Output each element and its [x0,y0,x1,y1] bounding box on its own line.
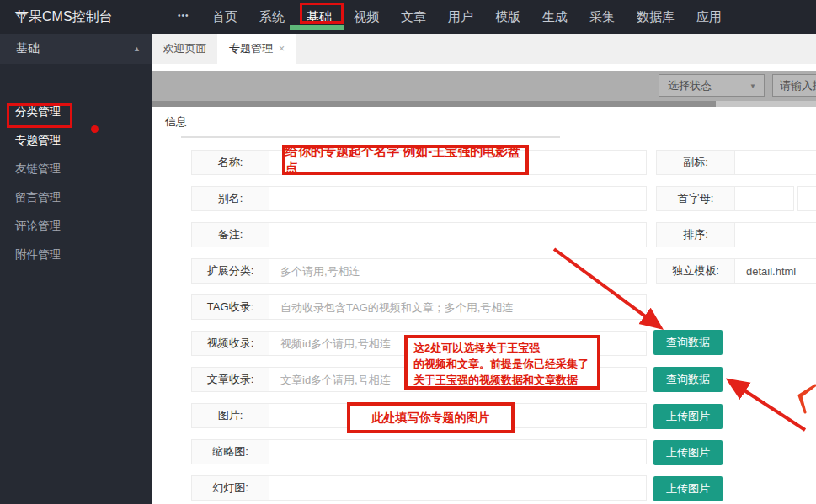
ext-category-input[interactable] [269,258,647,284]
nav-item-home[interactable]: 首页 [212,9,237,25]
app-window: 苹果CMS控制台 ••• 首页 系统 基础 视频 文章 用户 模版 生成 采集 … [0,0,816,504]
tabbar-divider [152,64,816,71]
template-input[interactable] [735,258,816,284]
field-label: 排序: [656,222,735,247]
more-menu-icon[interactable]: ••• [178,11,189,20]
nav-menu: 首页 系统 基础 视频 文章 用户 模版 生成 采集 数据库 应用 [212,0,722,34]
first-letter-input[interactable] [735,186,794,211]
field-label: TAG收录: [191,294,269,320]
info-tab-label[interactable]: 信息 [165,114,187,130]
sidebar-item-friendlink[interactable]: 友链管理 [0,155,152,183]
nav-item-app[interactable]: 应用 [696,9,722,25]
toolbar-shadow [152,101,716,107]
app-title: 苹果CMS控制台 [15,8,113,26]
topic-form: 名称: 别名: 备注: 扩展分类: TAG收录: 视频收录: 文章收录: 图片 [191,150,647,504]
field-label: 幻灯图: [191,475,269,501]
form-row-first-letter: 首字母: [656,186,816,211]
annotation-redbox-category [7,103,72,128]
nav-item-database[interactable]: 数据库 [637,9,675,25]
nav-active-underline [290,25,344,30]
subtitle-input[interactable] [735,150,816,175]
form-row-template: 独立模板: [656,258,816,284]
nav-item-template[interactable]: 模版 [495,9,520,25]
nav-item-generate[interactable]: 生成 [542,9,568,25]
sidebar-item-comment[interactable]: 评论管理 [0,212,152,241]
form-row-sort: 排序: [656,222,816,247]
nav-item-system[interactable]: 系统 [259,9,285,25]
form-row-alias: 别名: [191,186,647,211]
clipped-field[interactable] [797,186,816,211]
collapse-arrow-icon[interactable]: ▲ [133,45,141,53]
field-label: 副标: [656,150,735,175]
tab-welcome[interactable]: 欢迎页面 [152,34,217,64]
top-navbar: 苹果CMS控制台 ••• 首页 系统 基础 视频 文章 用户 模版 生成 采集 … [0,0,816,34]
form-row-subtitle: 副标: [656,150,816,175]
field-label: 视频收录: [191,331,269,356]
nav-item-user[interactable]: 用户 [448,9,473,25]
nav-item-collect[interactable]: 采集 [589,9,615,25]
toolbar-shadow-right [716,101,816,107]
field-label: 图片: [191,403,269,428]
chevron-down-icon: ▼ [749,82,756,90]
alias-input[interactable] [269,186,647,211]
tab-label: 专题管理 [229,41,273,56]
sidebar-group-basic[interactable]: 基础 ▲ [0,34,152,64]
field-label: 文章收录: [191,367,269,392]
field-label: 扩展分类: [191,258,269,284]
slideshow-input[interactable] [269,475,647,501]
sidebar-item-attachment[interactable]: 附件管理 [0,241,152,269]
info-tab-divider [181,136,560,138]
form-row-ext-category: 扩展分类: [191,258,647,284]
upload-image-button[interactable]: 上传图片 [653,404,723,429]
nav-item-video[interactable]: 视频 [354,9,379,25]
tab-topic-manage[interactable]: 专题管理 × [217,34,296,64]
field-label: 独立模板: [656,258,735,284]
status-select[interactable]: 选择状态 ▼ [659,74,765,97]
query-video-data-button[interactable]: 查询数据 [653,330,723,355]
upload-slideshow-button[interactable]: 上传图片 [653,476,723,501]
topic-form-right: 副标: 首字母: 排序: 独立模板: [656,150,816,294]
annotation-image-tip: 此处填写你专题的图片 [347,402,515,433]
form-row-remark: 备注: [191,222,647,247]
field-label: 名称: [191,150,269,175]
field-label: 备注: [191,222,269,247]
nav-item-article[interactable]: 文章 [401,9,426,25]
field-label: 首字母: [656,186,735,211]
annotation-red-dot [91,125,99,133]
remark-input[interactable] [269,222,647,247]
sidebar: 基础 ▲ 分类管理 专题管理 友链管理 留言管理 评论管理 附件管理 [0,34,152,504]
status-select-value: 选择状态 [668,78,712,93]
form-row-tag: TAG收录: [191,294,647,320]
tab-close-icon[interactable]: × [279,43,285,55]
annotation-line: 的视频和文章。前提是你已经采集了 [413,356,591,372]
annotation-data-tip: 这2处可以选择关于王宝强 的视频和文章。前提是你已经采集了 关于王宝强的视频数据… [404,335,600,390]
search-input[interactable] [772,74,816,97]
annotation-line: 关于王宝强的视频数据和文章数据 [413,372,591,388]
upload-thumbnail-button[interactable]: 上传图片 [653,440,723,465]
thumbnail-input[interactable] [269,439,647,464]
query-article-data-button[interactable]: 查询数据 [653,367,723,392]
sort-input[interactable] [735,222,816,247]
annotation-line: 这2处可以选择关于王宝强 [413,340,591,356]
field-label: 别名: [191,186,269,211]
sidebar-group-label: 基础 [16,41,40,56]
tag-input[interactable] [269,294,647,320]
form-row-thumbnail: 缩略图: [191,439,647,464]
annotation-name-tip: 给你的专题起个名字 例如-王宝强的电影盘点 [282,145,529,175]
annotation-redbox-nav-basic [300,3,344,24]
sidebar-item-topic[interactable]: 专题管理 [0,126,152,155]
form-row-slideshow: 幻灯图: [191,475,647,501]
page-tabbar: 欢迎页面 专题管理 × [152,34,816,64]
field-label: 缩略图: [191,439,269,464]
sidebar-item-guestbook[interactable]: 留言管理 [0,183,152,212]
